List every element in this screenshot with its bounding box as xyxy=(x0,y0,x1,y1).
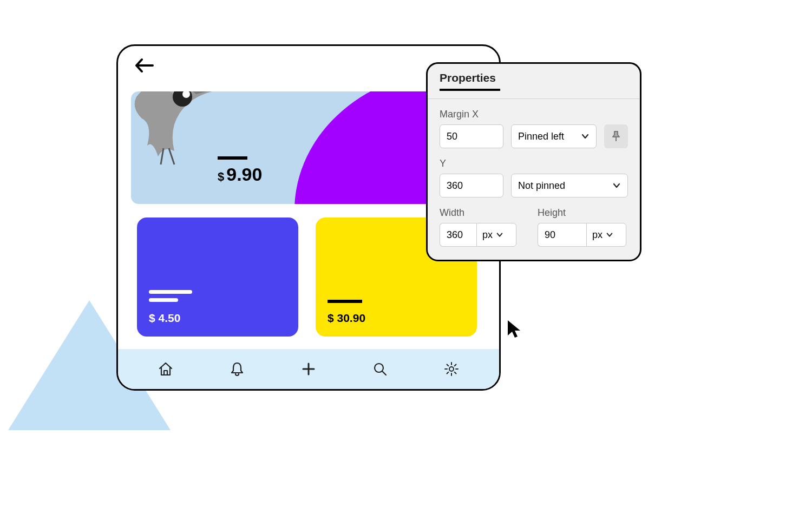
card-text-placeholder xyxy=(328,300,362,307)
card-right-price: $ 30.90 xyxy=(328,312,365,325)
nav-notifications[interactable] xyxy=(227,359,247,379)
height-unit-dropdown[interactable]: px xyxy=(586,223,626,247)
panel-title: Properties xyxy=(440,71,500,91)
margin-x-input[interactable]: 50 xyxy=(440,124,503,148)
hero-title-bar xyxy=(218,156,247,160)
height-input[interactable]: 90 xyxy=(538,223,586,247)
y-value: 360 xyxy=(447,180,463,192)
nav-home[interactable] xyxy=(156,359,175,379)
chevron-down-icon xyxy=(606,231,613,239)
nav-add[interactable] xyxy=(299,359,318,379)
width-unit-value: px xyxy=(482,229,493,241)
nav-search[interactable] xyxy=(370,359,390,379)
hero-price: $9.90 xyxy=(218,164,262,185)
margin-x-value: 50 xyxy=(447,131,457,142)
plus-icon xyxy=(300,361,317,377)
width-input[interactable]: 360 xyxy=(440,223,476,247)
back-button[interactable] xyxy=(134,58,155,75)
nav-settings[interactable] xyxy=(442,359,461,379)
chevron-down-icon xyxy=(581,132,590,141)
margin-x-pin-value: Pinned left xyxy=(518,131,564,142)
width-label: Width xyxy=(440,207,530,219)
card-text-placeholder xyxy=(149,290,192,302)
home-icon xyxy=(158,361,174,377)
bottom-nav xyxy=(118,349,499,389)
arrow-left-icon xyxy=(134,58,155,73)
pin-icon xyxy=(611,130,621,142)
product-card-left[interactable]: $ 4.50 xyxy=(137,218,298,337)
height-unit-value: px xyxy=(592,229,603,241)
search-icon xyxy=(372,361,388,377)
properties-panel: Properties Margin X 50 Pinned left Y 360… xyxy=(426,62,641,261)
width-unit-dropdown[interactable]: px xyxy=(476,223,516,247)
y-pin-dropdown[interactable]: Not pinned xyxy=(511,174,628,197)
bird-illustration xyxy=(131,91,223,173)
chevron-down-icon xyxy=(496,231,503,239)
gear-icon xyxy=(443,361,460,377)
chevron-down-icon xyxy=(612,181,621,190)
y-input[interactable]: 360 xyxy=(440,174,503,197)
pin-button[interactable] xyxy=(604,124,628,148)
svg-point-3 xyxy=(449,367,454,371)
margin-x-pin-dropdown[interactable]: Pinned left xyxy=(511,124,597,148)
card-left-price: $ 4.50 xyxy=(149,312,180,325)
y-label: Y xyxy=(440,158,628,169)
bell-icon xyxy=(229,361,245,377)
hero-price-value: 9.90 xyxy=(226,164,262,184)
cursor-icon xyxy=(506,319,522,341)
height-value: 90 xyxy=(545,229,555,241)
width-value: 360 xyxy=(447,229,463,241)
margin-x-label: Margin X xyxy=(440,109,628,120)
height-label: Height xyxy=(538,207,628,219)
y-pin-value: Not pinned xyxy=(518,180,565,192)
currency-symbol: $ xyxy=(218,170,224,183)
